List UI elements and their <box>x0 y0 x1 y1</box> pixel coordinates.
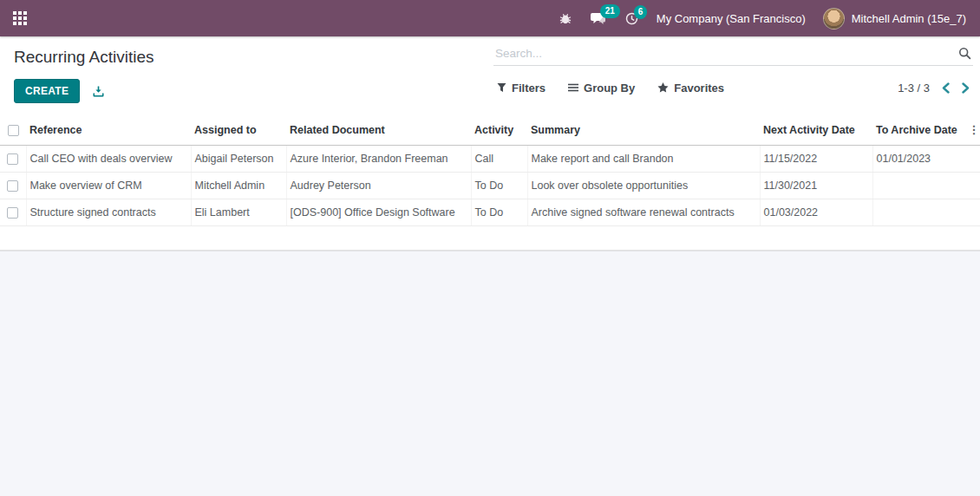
table-row[interactable]: Call CEO with deals overviewAbigail Pete… <box>0 146 980 173</box>
row-select-cell[interactable] <box>0 173 26 199</box>
row-select-cell[interactable] <box>0 199 26 226</box>
control-panel: Recurring Activities CREATE <box>0 36 980 102</box>
cell-next-activity-date[interactable]: 01/03/2022 <box>760 199 872 226</box>
column-header-assigned-to[interactable]: Assigned to <box>191 114 286 146</box>
group-by-label: Group By <box>584 82 635 95</box>
group-by-button[interactable]: Group By <box>568 82 635 95</box>
cell-assigned-to[interactable]: Eli Lambert <box>191 199 286 226</box>
apps-menu-button[interactable] <box>0 0 40 36</box>
list-view: Reference Assigned to Related Document A… <box>0 114 980 226</box>
content-background <box>0 251 980 496</box>
cell-reference[interactable]: Make overview of CRM <box>26 173 191 199</box>
content-white-area: Recurring Activities CREATE <box>0 36 980 251</box>
user-avatar <box>823 8 845 29</box>
user-name: Mitchell Admin (15e_7) <box>852 12 966 25</box>
activities-count-badge: 6 <box>634 5 648 19</box>
search-bar <box>493 43 973 66</box>
pager-previous-button[interactable] <box>942 82 950 94</box>
search-input[interactable] <box>495 47 958 60</box>
table-row[interactable]: Structure signed contractsEli Lambert[OD… <box>0 199 980 226</box>
pager-next-button[interactable] <box>962 82 970 94</box>
debug-mode-button[interactable] <box>559 11 572 25</box>
column-header-to-archive-date[interactable]: To Archive Date <box>872 114 968 146</box>
navbar-right: 21 6 My Company (San Francisco) Mitchell… <box>559 8 980 29</box>
column-header-next-activity-date[interactable]: Next Activity Date <box>760 114 872 146</box>
favorites-label: Favorites <box>674 82 724 95</box>
activities-menu-button[interactable]: 6 <box>624 11 639 26</box>
row-checkbox[interactable] <box>7 180 18 192</box>
cell-summary[interactable]: Make report and call Brandon <box>527 146 760 173</box>
bug-icon <box>559 11 572 25</box>
cell-next-activity-date[interactable]: 11/15/2022 <box>760 146 872 173</box>
column-header-reference[interactable]: Reference <box>26 114 191 146</box>
row-end-cell <box>968 199 980 226</box>
apps-grid-icon <box>13 11 27 25</box>
row-select-cell[interactable] <box>0 146 26 173</box>
chevron-right-icon <box>962 82 970 94</box>
select-all-checkbox[interactable] <box>8 125 19 136</box>
row-checkbox[interactable] <box>7 207 18 219</box>
company-switcher[interactable]: My Company (San Francisco) <box>657 12 806 25</box>
pager-range: 1-3 / 3 <box>898 82 930 95</box>
column-header-summary[interactable]: Summary <box>527 114 760 146</box>
chevron-left-icon <box>942 82 950 94</box>
export-button[interactable] <box>92 85 105 98</box>
cell-activity[interactable]: To Do <box>471 173 527 199</box>
row-end-cell <box>968 173 980 199</box>
favorites-button[interactable]: Favorites <box>657 82 724 95</box>
download-icon <box>92 85 105 98</box>
lines-icon <box>568 83 578 92</box>
messages-menu-button[interactable]: 21 <box>590 11 607 26</box>
cell-to-archive-date[interactable] <box>872 199 968 226</box>
cell-to-archive-date[interactable] <box>872 173 968 199</box>
filters-label: Filters <box>512 82 546 95</box>
column-header-related-document[interactable]: Related Document <box>286 114 471 146</box>
column-header-activity[interactable]: Activity <box>471 114 527 146</box>
cell-assigned-to[interactable]: Mitchell Admin <box>191 173 286 199</box>
cell-assigned-to[interactable]: Abigail Peterson <box>191 146 286 173</box>
page-title: Recurring Activities <box>14 45 493 69</box>
pager: 1-3 / 3 <box>898 82 973 95</box>
cell-next-activity-date[interactable]: 11/30/2021 <box>760 173 872 199</box>
star-icon <box>657 82 669 93</box>
top-navbar: 21 6 My Company (San Francisco) Mitchell… <box>0 0 980 36</box>
funnel-icon <box>497 82 506 93</box>
page: 21 6 My Company (San Francisco) Mitchell… <box>0 0 980 496</box>
cell-activity[interactable]: Call <box>471 146 527 173</box>
row-end-cell <box>968 146 980 173</box>
table-header-row: Reference Assigned to Related Document A… <box>0 114 980 146</box>
view-controls-row: Filters Group By <box>493 76 973 99</box>
table-footer-space <box>0 226 980 250</box>
cell-related-document[interactable]: [ODS-900] Office Design Software <box>286 199 471 226</box>
action-buttons: CREATE <box>14 80 493 102</box>
user-menu[interactable]: Mitchell Admin (15e_7) <box>823 8 966 29</box>
search-submit[interactable] <box>958 47 971 60</box>
cell-activity[interactable]: To Do <box>471 199 527 226</box>
cell-summary[interactable]: Look over obsolete opportunities <box>527 173 760 199</box>
filters-button[interactable]: Filters <box>497 82 546 95</box>
cell-related-document[interactable]: Audrey Peterson <box>286 173 471 199</box>
messages-count-badge: 21 <box>600 4 620 18</box>
control-panel-left: Recurring Activities CREATE <box>14 43 493 102</box>
table-row[interactable]: Make overview of CRMMitchell AdminAudrey… <box>0 173 980 199</box>
select-all-cell[interactable] <box>0 114 26 146</box>
cell-to-archive-date[interactable]: 01/01/2023 <box>872 146 968 173</box>
create-button[interactable]: CREATE <box>14 79 80 103</box>
magnifier-icon <box>958 47 971 60</box>
cell-reference[interactable]: Call CEO with deals overview <box>26 146 191 173</box>
optional-columns-button[interactable]: ⋮ <box>968 114 980 146</box>
table-body: Call CEO with deals overviewAbigail Pete… <box>0 146 980 226</box>
cell-related-document[interactable]: Azure Interior, Brandon Freeman <box>286 146 471 173</box>
row-checkbox[interactable] <box>7 153 18 165</box>
cell-reference[interactable]: Structure signed contracts <box>26 199 191 226</box>
control-panel-right: Filters Group By <box>493 43 973 102</box>
records-table: Reference Assigned to Related Document A… <box>0 114 980 226</box>
cell-summary[interactable]: Archive signed software renewal contract… <box>527 199 760 226</box>
filter-group: Filters Group By <box>493 82 724 95</box>
